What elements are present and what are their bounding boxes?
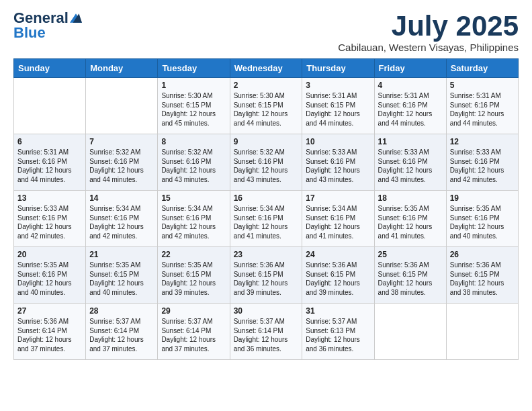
day-info: Sunrise: 5:35 AM Sunset: 6:15 PM Dayligh… (89, 261, 154, 297)
calendar-cell: 4Sunrise: 5:31 AM Sunset: 6:16 PM Daylig… (374, 78, 446, 134)
day-number: 23 (234, 250, 299, 259)
day-number: 12 (450, 137, 515, 146)
calendar-cell (86, 78, 158, 134)
week-row-5: 27Sunrise: 5:36 AM Sunset: 6:14 PM Dayli… (14, 304, 519, 360)
calendar-cell: 3Sunrise: 5:31 AM Sunset: 6:15 PM Daylig… (302, 78, 374, 134)
day-number: 31 (306, 306, 370, 316)
calendar-cell: 10Sunrise: 5:33 AM Sunset: 6:16 PM Dayli… (302, 134, 374, 191)
day-number: 16 (234, 193, 299, 203)
logo: General Blue (13, 11, 82, 40)
calendar-cell: 19Sunrise: 5:35 AM Sunset: 6:16 PM Dayli… (446, 191, 518, 247)
day-info: Sunrise: 5:33 AM Sunset: 6:16 PM Dayligh… (17, 204, 82, 240)
calendar-cell: 8Sunrise: 5:32 AM Sunset: 6:16 PM Daylig… (158, 134, 230, 191)
weekday-header-row: SundayMondayTuesdayWednesdayThursdayFrid… (14, 59, 519, 78)
day-info: Sunrise: 5:32 AM Sunset: 6:16 PM Dayligh… (234, 148, 299, 184)
calendar-cell: 17Sunrise: 5:34 AM Sunset: 6:16 PM Dayli… (302, 191, 374, 247)
calendar-cell: 9Sunrise: 5:32 AM Sunset: 6:16 PM Daylig… (230, 134, 302, 191)
day-info: Sunrise: 5:34 AM Sunset: 6:16 PM Dayligh… (234, 204, 299, 240)
day-number: 9 (234, 137, 299, 146)
day-number: 18 (378, 193, 443, 203)
calendar-cell: 16Sunrise: 5:34 AM Sunset: 6:16 PM Dayli… (230, 191, 302, 247)
calendar-cell: 2Sunrise: 5:30 AM Sunset: 6:15 PM Daylig… (230, 78, 302, 134)
day-info: Sunrise: 5:32 AM Sunset: 6:16 PM Dayligh… (161, 148, 226, 184)
calendar-cell: 24Sunrise: 5:36 AM Sunset: 6:15 PM Dayli… (302, 247, 374, 304)
day-number: 24 (306, 250, 370, 259)
day-number: 4 (378, 81, 443, 90)
week-row-1: 1Sunrise: 5:30 AM Sunset: 6:15 PM Daylig… (14, 78, 519, 134)
day-number: 21 (89, 250, 154, 259)
day-info: Sunrise: 5:35 AM Sunset: 6:16 PM Dayligh… (17, 261, 82, 297)
calendar-cell: 6Sunrise: 5:31 AM Sunset: 6:16 PM Daylig… (14, 134, 86, 191)
day-number: 8 (161, 137, 226, 146)
day-info: Sunrise: 5:31 AM Sunset: 6:16 PM Dayligh… (378, 91, 443, 128)
day-info: Sunrise: 5:36 AM Sunset: 6:15 PM Dayligh… (234, 261, 299, 297)
day-number: 29 (161, 306, 226, 316)
day-info: Sunrise: 5:30 AM Sunset: 6:15 PM Dayligh… (234, 91, 299, 128)
day-number: 28 (89, 306, 154, 316)
day-info: Sunrise: 5:35 AM Sunset: 6:16 PM Dayligh… (378, 204, 443, 240)
day-number: 19 (450, 193, 515, 203)
calendar-cell (374, 304, 446, 360)
calendar-cell: 14Sunrise: 5:34 AM Sunset: 6:16 PM Dayli… (86, 191, 158, 247)
logo-blue: Blue (13, 26, 46, 40)
calendar-cell: 18Sunrise: 5:35 AM Sunset: 6:16 PM Dayli… (374, 191, 446, 247)
weekday-friday: Friday (374, 59, 446, 78)
calendar-cell (14, 78, 86, 134)
day-number: 25 (378, 250, 443, 259)
calendar-cell: 12Sunrise: 5:33 AM Sunset: 6:16 PM Dayli… (446, 134, 518, 191)
day-number: 13 (17, 193, 82, 203)
weekday-thursday: Thursday (302, 59, 374, 78)
day-number: 3 (306, 81, 370, 90)
day-number: 15 (161, 193, 226, 203)
day-number: 11 (378, 137, 443, 146)
weekday-wednesday: Wednesday (230, 59, 302, 78)
day-info: Sunrise: 5:36 AM Sunset: 6:15 PM Dayligh… (378, 261, 443, 297)
day-number: 26 (450, 250, 515, 259)
day-info: Sunrise: 5:36 AM Sunset: 6:14 PM Dayligh… (17, 317, 82, 353)
day-info: Sunrise: 5:34 AM Sunset: 6:16 PM Dayligh… (161, 204, 226, 240)
calendar-cell: 30Sunrise: 5:37 AM Sunset: 6:14 PM Dayli… (230, 304, 302, 360)
day-info: Sunrise: 5:33 AM Sunset: 6:16 PM Dayligh… (450, 148, 515, 184)
calendar-cell: 15Sunrise: 5:34 AM Sunset: 6:16 PM Dayli… (158, 191, 230, 247)
day-info: Sunrise: 5:34 AM Sunset: 6:16 PM Dayligh… (89, 204, 154, 240)
calendar-cell: 7Sunrise: 5:32 AM Sunset: 6:16 PM Daylig… (86, 134, 158, 191)
calendar-cell: 25Sunrise: 5:36 AM Sunset: 6:15 PM Dayli… (374, 247, 446, 304)
day-info: Sunrise: 5:34 AM Sunset: 6:16 PM Dayligh… (306, 204, 370, 240)
day-number: 17 (306, 193, 370, 203)
day-info: Sunrise: 5:36 AM Sunset: 6:15 PM Dayligh… (306, 261, 370, 297)
day-info: Sunrise: 5:36 AM Sunset: 6:15 PM Dayligh… (450, 261, 515, 297)
calendar-cell (446, 304, 518, 360)
day-info: Sunrise: 5:35 AM Sunset: 6:16 PM Dayligh… (450, 204, 515, 240)
week-row-3: 13Sunrise: 5:33 AM Sunset: 6:16 PM Dayli… (14, 191, 519, 247)
page-header: General Blue July 2025 Cabilauan, Wester… (13, 11, 519, 53)
day-number: 2 (234, 81, 299, 90)
weekday-monday: Monday (86, 59, 158, 78)
day-number: 20 (17, 250, 82, 259)
calendar-cell: 13Sunrise: 5:33 AM Sunset: 6:16 PM Dayli… (14, 191, 86, 247)
calendar-cell: 5Sunrise: 5:31 AM Sunset: 6:16 PM Daylig… (446, 78, 518, 134)
day-info: Sunrise: 5:37 AM Sunset: 6:13 PM Dayligh… (306, 317, 370, 353)
day-info: Sunrise: 5:37 AM Sunset: 6:14 PM Dayligh… (234, 317, 299, 353)
day-number: 7 (89, 137, 154, 146)
calendar-cell: 21Sunrise: 5:35 AM Sunset: 6:15 PM Dayli… (86, 247, 158, 304)
calendar-cell: 11Sunrise: 5:33 AM Sunset: 6:16 PM Dayli… (374, 134, 446, 191)
calendar-cell: 27Sunrise: 5:36 AM Sunset: 6:14 PM Dayli… (14, 304, 86, 360)
day-number: 27 (17, 306, 82, 316)
day-info: Sunrise: 5:30 AM Sunset: 6:15 PM Dayligh… (161, 91, 226, 128)
calendar: SundayMondayTuesdayWednesdayThursdayFrid… (13, 58, 519, 360)
calendar-cell: 23Sunrise: 5:36 AM Sunset: 6:15 PM Dayli… (230, 247, 302, 304)
logo-general: General (13, 11, 69, 26)
logo-icon (70, 12, 82, 24)
calendar-cell: 28Sunrise: 5:37 AM Sunset: 6:14 PM Dayli… (86, 304, 158, 360)
day-info: Sunrise: 5:33 AM Sunset: 6:16 PM Dayligh… (378, 148, 443, 184)
day-number: 22 (161, 250, 226, 259)
calendar-cell: 26Sunrise: 5:36 AM Sunset: 6:15 PM Dayli… (446, 247, 518, 304)
day-number: 5 (450, 81, 515, 90)
day-number: 10 (306, 137, 370, 146)
day-number: 30 (234, 306, 299, 316)
day-info: Sunrise: 5:37 AM Sunset: 6:14 PM Dayligh… (161, 317, 226, 353)
day-number: 1 (161, 81, 226, 90)
location: Cabilauan, Western Visayas, Philippines (338, 42, 519, 53)
day-number: 6 (17, 137, 82, 146)
weekday-tuesday: Tuesday (158, 59, 230, 78)
